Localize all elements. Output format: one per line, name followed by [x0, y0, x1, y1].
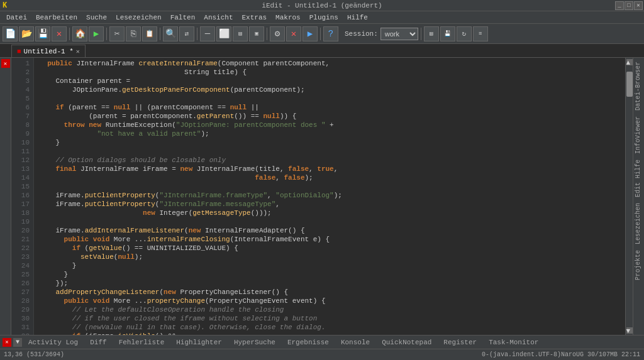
line-numbers: 1 2 3 4 5 6 7 8 9 10 11 12 13 14 15 16 1…	[11, 58, 34, 335]
bottom-tab-ergebnisse[interactable]: Ergebnisse	[282, 336, 335, 349]
run-button[interactable]: ▶	[303, 26, 318, 41]
line-num-2: 2	[11, 68, 30, 77]
sidebar-close-button[interactable]: ✕	[1, 59, 10, 68]
session-select[interactable]: work default	[380, 28, 418, 40]
title-bar: K iEdit - Untitled-1 (geändert) _ □ ✕	[0, 0, 644, 11]
line-num-5: 5	[11, 94, 30, 103]
search-button[interactable]: 🔍	[163, 26, 178, 41]
maximize-button[interactable]: □	[625, 1, 633, 10]
bottom-tab-register[interactable]: Register	[438, 336, 482, 349]
tab-close-button[interactable]: ✕	[76, 48, 80, 55]
split-v-button[interactable]: ▣	[249, 26, 264, 41]
status-info: 0-(java.indent.UTF-8)NaroUG 30/107MB 22:…	[482, 351, 640, 358]
bottom-tab-konsole[interactable]: Konsole	[335, 336, 375, 349]
menu-hilfe[interactable]: Hilfe	[343, 13, 372, 23]
save-session-button[interactable]: 💾	[440, 26, 455, 41]
title-bar-controls: _ □ ✕	[615, 1, 643, 10]
bottom-tab-fehlerliste[interactable]: Fehlerliste	[113, 336, 170, 349]
line-num-21: 21	[11, 235, 30, 244]
scroll-thumb[interactable]	[626, 72, 633, 97]
menu-extras[interactable]: Extras	[238, 13, 271, 23]
bottom-close-button[interactable]: ✕	[3, 338, 11, 347]
bottom-arrow-button[interactable]: ▼	[13, 338, 22, 347]
code-editor[interactable]: public JInternalFrame createInternalFram…	[34, 58, 625, 335]
expand-pane-button[interactable]: ⬜	[216, 26, 231, 41]
tab-bar: ■ Untitled-1 * ✕	[0, 44, 644, 58]
menu-ansicht[interactable]: Ansicht	[200, 13, 236, 23]
line-num-30: 30	[11, 314, 30, 323]
open-file-button[interactable]: 📂	[19, 26, 34, 41]
bottom-tab-activity-log[interactable]: Activity Log	[23, 336, 84, 349]
line-num-4: 4	[11, 85, 30, 94]
cut-button[interactable]: ✂	[109, 26, 125, 41]
scrollbar-vertical[interactable]: ▲ ▼	[625, 58, 633, 335]
menu-suche[interactable]: Suche	[82, 13, 111, 23]
new-file-button[interactable]: 📄	[3, 26, 18, 41]
sidebar-panel-edit-hilfe[interactable]: Edit Hilfe	[633, 157, 644, 200]
bottom-tab-highlighter[interactable]: Highlighter	[170, 336, 228, 349]
session-manage-button[interactable]: ≡	[473, 26, 488, 41]
paste-button[interactable]: 📋	[142, 26, 157, 41]
sidebar-panel-projekte[interactable]: Projekte	[633, 248, 644, 283]
line-num-31: 31	[11, 323, 30, 332]
menu-makros[interactable]: Makros	[272, 13, 304, 23]
forward-button[interactable]: ▶	[89, 26, 104, 41]
show-sidebar-button[interactable]: ▤	[424, 26, 439, 41]
sidebar-panel-datei-browser[interactable]: Datei-Browser	[633, 59, 644, 113]
sidebar-panel-infoviewer[interactable]: InfoViewer	[633, 114, 644, 156]
toolbar-sep-6	[320, 28, 321, 40]
toolbar-sep-5	[267, 28, 267, 40]
menu-plugins[interactable]: Plugins	[306, 13, 342, 23]
close-file-button[interactable]: ✕	[52, 26, 67, 41]
menu-lesezeichen[interactable]: Lesezeichen	[112, 13, 165, 23]
settings-button[interactable]: ⚙	[270, 26, 285, 41]
minimize-pane-button[interactable]: ─	[200, 26, 215, 41]
line-num-19: 19	[11, 217, 30, 226]
bottom-tab-task-monitor[interactable]: Task-Monitor	[483, 336, 544, 349]
close-button[interactable]: ✕	[634, 1, 643, 10]
minimize-button[interactable]: _	[615, 1, 624, 10]
save-file-button[interactable]: 💾	[35, 26, 50, 41]
menu-falten[interactable]: Falten	[167, 13, 199, 23]
scroll-up-button[interactable]: ▲	[626, 59, 633, 65]
home-button[interactable]: 🏠	[72, 26, 87, 41]
line-num-27: 27	[11, 288, 30, 297]
bottom-tab-bar: ✕ ▼ Activity Log Diff Fehlerliste Highli…	[0, 335, 644, 349]
toolbar: 📄 📂 💾 ✕ 🏠 ▶ ✂ ⎘ 📋 🔍 ⇄ ─ ⬜ ▤ ▣ ⚙ ✕ ▶ ? Se…	[0, 24, 644, 44]
scroll-track	[626, 65, 633, 327]
line-num-9: 9	[11, 129, 30, 138]
bottom-tab-quicknotepad[interactable]: QuickNotepad	[376, 336, 437, 349]
help-button[interactable]: ?	[323, 26, 338, 41]
sidebar-panel-lesezeichen[interactable]: Lesezeichen	[633, 200, 644, 247]
line-num-28: 28	[11, 297, 30, 305]
bottom-tab-diff[interactable]: Diff	[84, 336, 112, 349]
line-num-25: 25	[11, 270, 30, 279]
line-num-29: 29	[11, 305, 30, 314]
plugin-button[interactable]: ✕	[286, 26, 301, 41]
line-num-11: 11	[11, 147, 30, 156]
line-num-7: 7	[11, 112, 30, 121]
line-num-3: 3	[11, 77, 30, 85]
toolbar-sep-2	[106, 28, 107, 40]
line-num-18: 18	[11, 209, 30, 217]
toolbar-sep-3	[160, 28, 160, 40]
toolbar-sep-1	[69, 28, 70, 40]
menu-datei[interactable]: Datei	[3, 13, 31, 23]
line-num-1: 1	[11, 59, 30, 68]
line-num-8: 8	[11, 121, 30, 129]
replace-button[interactable]: ⇄	[179, 26, 194, 41]
scroll-down-button[interactable]: ▼	[626, 327, 633, 334]
split-h-button[interactable]: ▤	[233, 26, 248, 41]
tab-label: Untitled-1 *	[24, 48, 74, 55]
line-num-32: 32	[11, 332, 30, 335]
reload-button[interactable]: ↻	[457, 26, 472, 41]
copy-button[interactable]: ⎘	[126, 26, 141, 41]
session-selector: Session: work default	[345, 28, 418, 40]
editor-tab-untitled1[interactable]: ■ Untitled-1 * ✕	[11, 45, 86, 57]
line-num-26: 26	[11, 279, 30, 288]
bottom-tab-hypersuche[interactable]: HyperSuche	[228, 336, 281, 349]
line-num-12: 12	[11, 156, 30, 165]
menu-bearbeiten[interactable]: Bearbeiten	[32, 13, 81, 23]
status-bar: 13,36 (531/3694) 0-(java.indent.UTF-8)Na…	[0, 349, 644, 360]
status-position: 13,36 (531/3694)	[4, 351, 64, 358]
